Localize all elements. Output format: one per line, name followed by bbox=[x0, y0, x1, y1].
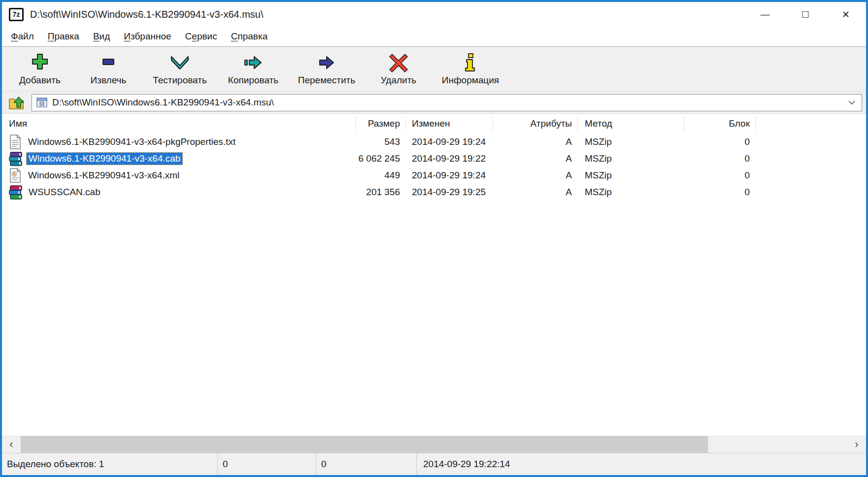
column-header-name[interactable]: Имя bbox=[2, 114, 356, 134]
horizontal-scrollbar[interactable]: ‹ › bbox=[2, 436, 866, 453]
file-name-selected: Windows6.1-KB2990941-v3-x64.cab bbox=[26, 152, 183, 165]
txt-file-icon bbox=[9, 135, 22, 149]
status-panel-3: 0 bbox=[316, 453, 417, 475]
menu-tools[interactable]: Сервис bbox=[178, 29, 224, 44]
7zip-app-icon: 7z bbox=[9, 8, 24, 21]
close-icon: ✕ bbox=[842, 9, 850, 20]
minimize-icon: — bbox=[761, 9, 770, 20]
file-block: 0 bbox=[684, 136, 756, 147]
file-size: 449 bbox=[356, 170, 406, 181]
extract-icon bbox=[97, 53, 120, 72]
dropdown-chevron-icon[interactable] bbox=[848, 100, 856, 105]
menu-file[interactable]: Файл bbox=[4, 29, 41, 44]
column-header-spacer bbox=[756, 114, 866, 134]
delete-icon bbox=[387, 53, 410, 72]
menu-edit[interactable]: Правка bbox=[41, 29, 86, 44]
cab-archive-icon bbox=[9, 151, 22, 166]
scrollbar-thumb[interactable] bbox=[21, 436, 708, 453]
file-block: 0 bbox=[684, 153, 756, 164]
window-title: D:\soft\WinISO\Windows6.1-KB2990941-v3-x… bbox=[30, 9, 264, 20]
test-button[interactable]: Тестировать bbox=[143, 48, 217, 90]
column-header-method[interactable]: Метод bbox=[578, 114, 684, 134]
file-modified: 2014-09-29 19:22 bbox=[406, 153, 493, 164]
window-controls: — □ ✕ bbox=[745, 2, 866, 27]
maximize-icon: □ bbox=[802, 8, 808, 21]
column-header-attributes[interactable]: Атрибуты bbox=[493, 114, 578, 134]
file-attributes: A bbox=[493, 170, 578, 181]
list-header: Имя Размер Изменен Атрибуты Метод Блок bbox=[2, 114, 866, 134]
menu-favorites[interactable]: Избранное bbox=[117, 29, 178, 44]
menu-bar: Файл Правка Вид Избранное Сервис Справка bbox=[2, 27, 866, 46]
scroll-right-button[interactable]: › bbox=[847, 436, 866, 453]
status-bar: Выделено объектов: 1 0 0 2014-09-29 19:2… bbox=[2, 453, 866, 475]
file-name: WSUSSCAN.cab bbox=[26, 186, 103, 199]
file-size: 201 356 bbox=[356, 187, 406, 198]
file-attributes: A bbox=[493, 153, 578, 164]
add-icon bbox=[29, 53, 51, 72]
column-header-modified[interactable]: Изменен bbox=[406, 114, 493, 134]
file-block: 0 bbox=[684, 170, 756, 181]
address-path: D:\soft\WinISO\Windows6.1-KB2990941-v3-x… bbox=[52, 97, 274, 108]
status-timestamp: 2014-09-29 19:22:14 bbox=[417, 453, 866, 475]
xml-file-icon bbox=[9, 168, 22, 183]
file-modified: 2014-09-29 19:24 bbox=[406, 170, 493, 181]
column-header-block[interactable]: Блок bbox=[684, 114, 756, 134]
move-icon bbox=[315, 53, 338, 72]
archive-file-icon bbox=[36, 97, 48, 108]
file-row-kb-xml[interactable]: Windows6.1-KB2990941-v3-x64.xml 449 2014… bbox=[2, 167, 866, 184]
file-row-wsusscan-cab[interactable]: WSUSSCAN.cab 201 356 2014-09-29 19:25 A … bbox=[2, 184, 866, 201]
file-size: 543 bbox=[356, 136, 406, 147]
status-panel-2: 0 bbox=[218, 453, 316, 475]
info-button[interactable]: Информация bbox=[434, 48, 507, 90]
file-modified: 2014-09-29 19:25 bbox=[406, 187, 493, 198]
file-method: MSZip bbox=[578, 153, 684, 164]
parent-folder-icon bbox=[8, 94, 25, 111]
address-bar-row: D:\soft\WinISO\Windows6.1-KB2990941-v3-x… bbox=[2, 91, 866, 114]
copy-icon bbox=[242, 53, 265, 72]
file-size: 6 062 245 bbox=[356, 153, 406, 164]
toolbar: Добавить Извлечь Тестировать Копировать bbox=[2, 46, 866, 91]
file-method: MSZip bbox=[578, 187, 684, 198]
parent-folder-button[interactable] bbox=[7, 93, 27, 112]
address-combobox[interactable]: D:\soft\WinISO\Windows6.1-KB2990941-v3-x… bbox=[32, 94, 862, 111]
file-method: MSZip bbox=[578, 170, 684, 181]
column-header-size[interactable]: Размер bbox=[356, 114, 406, 134]
file-attributes: A bbox=[493, 136, 578, 147]
extract-button[interactable]: Извлечь bbox=[74, 48, 143, 90]
file-modified: 2014-09-29 19:24 bbox=[406, 136, 493, 147]
menu-help[interactable]: Справка bbox=[224, 29, 275, 44]
add-button[interactable]: Добавить bbox=[6, 48, 74, 90]
cab-archive-icon bbox=[9, 185, 22, 200]
info-icon bbox=[459, 53, 482, 72]
app-icon-label: 7z bbox=[13, 10, 20, 18]
file-block: 0 bbox=[684, 187, 756, 198]
maximize-button[interactable]: □ bbox=[785, 2, 826, 27]
scrollbar-track[interactable] bbox=[708, 436, 847, 453]
move-button[interactable]: Переместить bbox=[290, 48, 364, 90]
file-list: Имя Размер Изменен Атрибуты Метод Блок bbox=[2, 114, 866, 436]
scroll-left-button[interactable]: ‹ bbox=[2, 436, 21, 453]
file-name: Windows6.1-KB2990941-v3-x64.xml bbox=[26, 169, 182, 182]
copy-button[interactable]: Копировать bbox=[217, 48, 290, 90]
file-attributes: A bbox=[493, 187, 578, 198]
status-selected-objects: Выделено объектов: 1 bbox=[2, 453, 218, 475]
menu-view[interactable]: Вид bbox=[86, 29, 117, 44]
title-bar: 7z D:\soft\WinISO\Windows6.1-KB2990941-v… bbox=[2, 2, 866, 27]
file-name: Windows6.1-KB2990941-v3-x64-pkgPropertie… bbox=[26, 136, 238, 148]
file-row-pkgproperties-txt[interactable]: Windows6.1-KB2990941-v3-x64-pkgPropertie… bbox=[2, 134, 866, 150]
minimize-button[interactable]: — bbox=[745, 2, 785, 27]
close-button[interactable]: ✕ bbox=[826, 2, 866, 27]
7zip-window: 7z D:\soft\WinISO\Windows6.1-KB2990941-v… bbox=[0, 0, 868, 477]
file-method: MSZip bbox=[578, 136, 684, 147]
file-row-kb-cab-selected[interactable]: Windows6.1-KB2990941-v3-x64.cab 6 062 24… bbox=[2, 150, 866, 167]
test-icon bbox=[168, 53, 191, 72]
delete-button[interactable]: Удалить bbox=[364, 48, 434, 90]
